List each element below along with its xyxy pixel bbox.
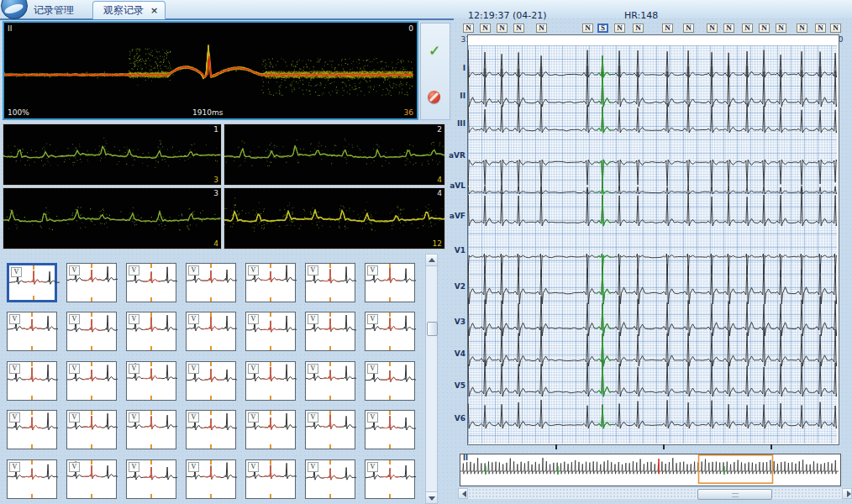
reject-prohibit-icon[interactable] [428, 91, 440, 103]
align-tick-top [210, 362, 212, 366]
channel-panel-3[interactable]: 3 4 [3, 187, 222, 249]
beat-thumbnail[interactable]: V [245, 361, 296, 401]
beat-type-badge: V [308, 314, 318, 324]
beat-thumbnail[interactable]: V [305, 361, 355, 401]
beat-type-badge: V [248, 412, 259, 423]
beat-thumbnail[interactable]: V [365, 263, 415, 302]
template-lead-label: II [8, 24, 12, 33]
beat-thumbnail[interactable]: V [365, 459, 415, 499]
beat-label-n[interactable]: N [815, 24, 826, 33]
tab-record-management[interactable]: 记录管理 [25, 3, 82, 18]
beat-thumbnail[interactable]: V [126, 263, 176, 302]
ecg-grid-panel[interactable] [467, 34, 839, 445]
beat-type-badge: V [129, 265, 139, 276]
channel-panel-4[interactable]: 4 12 [224, 187, 445, 249]
scroll-down-button[interactable] [426, 491, 437, 503]
scrollbar-thumb[interactable] [697, 489, 772, 500]
scrollbar-thumb[interactable] [427, 322, 438, 336]
align-tick-top [329, 312, 331, 317]
beat-label-n[interactable]: N [633, 24, 644, 33]
beat-thumbnail[interactable]: V [245, 410, 296, 449]
beat-label-n[interactable]: N [797, 24, 807, 33]
beat-thumbnail[interactable]: V [186, 312, 236, 351]
align-tick-top [329, 264, 331, 268]
align-tick-top [270, 411, 271, 415]
beat-label-n[interactable]: N [723, 24, 734, 33]
beat-thumbnail[interactable]: V [305, 263, 355, 302]
beat-label-s[interactable]: S [597, 24, 608, 33]
beat-label-n[interactable]: N [759, 24, 770, 33]
beat-thumbnail[interactable]: V [186, 361, 236, 401]
beat-label-n[interactable]: N [513, 24, 524, 33]
overview-selection-box[interactable] [699, 455, 773, 483]
beat-thumbnail[interactable]: V [245, 263, 296, 302]
thumb-grip [732, 493, 739, 497]
beat-thumbnail[interactable]: V [126, 312, 176, 351]
beat-thumbnail[interactable]: V [7, 312, 57, 351]
beat-thumbnail[interactable]: V [7, 410, 57, 449]
beat-label-n[interactable]: N [480, 24, 491, 33]
overview-horizontal-scrollbar[interactable] [458, 488, 852, 499]
beat-label-n[interactable]: N [742, 24, 753, 33]
beat-label-n[interactable]: N [582, 24, 593, 33]
tab-observe-record[interactable]: 观察记录× [92, 1, 166, 19]
beat-label-n[interactable]: N [614, 24, 625, 33]
beat-label-n[interactable]: N [662, 24, 673, 33]
beat-label-n[interactable]: N [830, 24, 841, 33]
beat-label-n[interactable]: N [536, 24, 547, 33]
align-tick-bottom [210, 346, 212, 350]
channel-panel-2[interactable]: 2 4 [224, 123, 445, 186]
beat-label-n[interactable]: N [497, 24, 508, 33]
beat-thumbnail[interactable]: V [66, 361, 117, 401]
beat-label-n[interactable]: N [707, 24, 718, 33]
beat-thumbnail[interactable]: V [7, 361, 57, 401]
beat-thumbnail[interactable]: V [66, 312, 117, 351]
beat-label-n[interactable]: N [683, 24, 694, 33]
beat-thumbnail[interactable]: V [186, 263, 236, 302]
beat-thumbnail[interactable]: V [365, 361, 415, 401]
beat-thumbnail[interactable]: V [7, 459, 57, 499]
align-tick-top [389, 264, 391, 268]
beat-label-n[interactable]: N [463, 24, 474, 33]
beat-thumbnail[interactable]: V [305, 410, 355, 449]
beat-label-n[interactable]: N [776, 24, 786, 33]
beat-thumbnail[interactable]: V [245, 459, 296, 499]
scrollbar-track[interactable] [468, 488, 842, 499]
beat-thumbnail[interactable]: V [365, 312, 415, 351]
tab-close-icon[interactable]: × [150, 2, 158, 19]
beat-thumbnail[interactable]: V [305, 459, 355, 499]
scroll-right-button[interactable] [842, 488, 852, 499]
template-overlay-panel[interactable]: II 0 100% 1910ms 36 [3, 21, 418, 120]
overview-strip[interactable]: II [460, 454, 841, 486]
ecg-grid-area[interactable] [468, 45, 837, 444]
beat-thumbnail[interactable]: V [305, 312, 355, 351]
align-tick-bottom [329, 494, 331, 498]
align-tick-top [31, 460, 33, 465]
scroll-up-button[interactable] [426, 255, 437, 266]
align-tick-bottom [150, 396, 152, 400]
accept-check-icon[interactable]: ✓ [429, 42, 440, 59]
gallery-vertical-scrollbar[interactable] [425, 254, 438, 504]
channel-panel-1[interactable]: 1 3 [3, 123, 222, 186]
channel-count: 4 [213, 239, 218, 248]
scroll-left-button[interactable] [458, 488, 468, 499]
align-tick-top [210, 411, 212, 415]
prohibit-slash [429, 92, 439, 102]
beat-thumbnail[interactable]: V [126, 410, 176, 449]
beat-thumbnail[interactable]: V [365, 410, 415, 449]
beat-thumbnail[interactable]: V [126, 361, 176, 401]
beat-type-badge: V [69, 265, 80, 276]
beat-thumbnail[interactable]: V [126, 459, 176, 499]
align-tick-top [91, 312, 92, 317]
beat-thumbnail[interactable]: V [66, 410, 117, 449]
beat-thumbnail[interactable]: V [7, 263, 57, 302]
beat-thumbnail[interactable]: V [66, 263, 117, 302]
arrow-down-icon [429, 496, 435, 501]
beat-thumbnail[interactable]: V [66, 459, 117, 499]
beat-thumbnail[interactable]: V [245, 312, 296, 351]
strip-timestamp: 12:19:37 (04-21) [468, 10, 546, 21]
align-tick-bottom [329, 396, 331, 400]
align-tick-top [91, 264, 92, 268]
beat-thumbnail[interactable]: V [186, 459, 236, 499]
beat-thumbnail[interactable]: V [186, 410, 236, 449]
